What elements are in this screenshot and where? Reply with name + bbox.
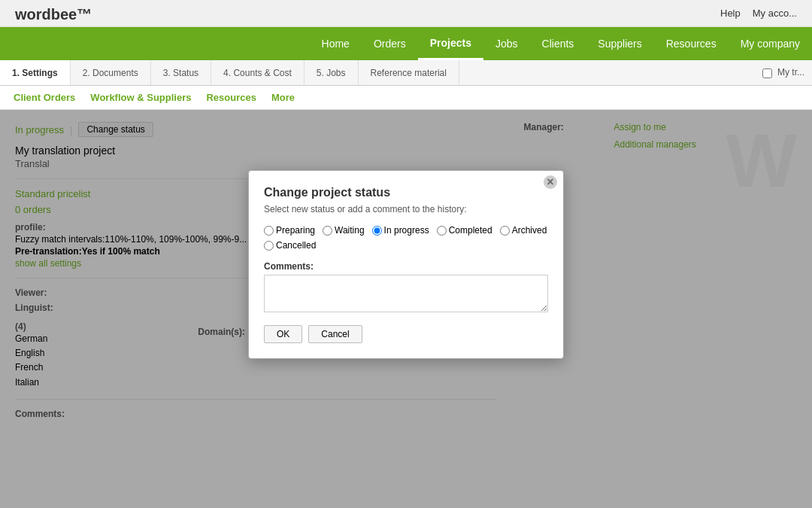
nav-orders[interactable]: Orders [362, 27, 418, 60]
tab-jobs[interactable]: 5. Jobs [304, 60, 359, 85]
sub-nav: Client Orders Workflow & Suppliers Resou… [0, 86, 812, 110]
logo: wordbee™ [0, 0, 107, 29]
nav-home[interactable]: Home [310, 27, 362, 60]
change-status-modal: × Change project status Select new statu… [248, 170, 564, 359]
my-account-link[interactable]: My acco... [753, 8, 797, 19]
ok-button[interactable]: OK [264, 325, 302, 343]
nav-jobs[interactable]: Jobs [483, 27, 530, 60]
nav-projects[interactable]: Projects [418, 27, 483, 60]
modal-description: Select new status or add a comment to th… [264, 204, 548, 214]
top-bar: wordbee™ Help My acco... [0, 0, 812, 27]
tab-bar: 1. Settings 2. Documents 3. Status 4. Co… [0, 60, 812, 86]
radio-inprogress[interactable]: In progress [372, 225, 429, 236]
tab-documents[interactable]: 2. Documents [71, 60, 151, 85]
radio-cancelled[interactable]: Cancelled [264, 240, 316, 251]
tab-settings[interactable]: 1. Settings [0, 60, 71, 85]
nav-clients[interactable]: Clients [530, 27, 586, 60]
tab-reference[interactable]: Reference material [359, 60, 459, 85]
comments-textarea[interactable] [264, 275, 548, 312]
comments-field-label: Comments: [264, 261, 548, 272]
tab-status[interactable]: 3. Status [151, 60, 211, 85]
modal-close-button[interactable]: × [544, 175, 557, 189]
modal-overlay: × Change project status Select new statu… [0, 110, 812, 508]
cancel-button[interactable]: Cancel [308, 325, 362, 343]
nav-resources[interactable]: Resources [654, 27, 729, 60]
top-bar-actions: Help My acco... [720, 8, 797, 19]
radio-archived[interactable]: Archived [500, 225, 547, 236]
subnav-more[interactable]: More [265, 89, 301, 106]
nav-mycompany[interactable]: My company [729, 27, 812, 60]
tab-right-text: My tr... [762, 67, 812, 78]
status-radio-group: Preparing Waiting In progress Completed … [264, 225, 548, 251]
nav-suppliers[interactable]: Suppliers [586, 27, 653, 60]
radio-completed[interactable]: Completed [437, 225, 492, 236]
radio-waiting[interactable]: Waiting [323, 225, 365, 236]
nav-bar: Home Orders Projects Jobs Clients Suppli… [0, 27, 812, 60]
modal-buttons: OK Cancel [264, 325, 548, 343]
subnav-client-orders[interactable]: Client Orders [8, 89, 81, 106]
nav-items: Home Orders Projects Jobs Clients Suppli… [310, 27, 812, 60]
subnav-workflow-suppliers[interactable]: Workflow & Suppliers [84, 89, 197, 106]
radio-preparing[interactable]: Preparing [264, 225, 315, 236]
help-link[interactable]: Help [720, 8, 741, 19]
my-tr-checkbox[interactable] [762, 68, 772, 78]
subnav-resources[interactable]: Resources [200, 89, 262, 106]
modal-title: Change project status [264, 186, 548, 199]
tab-counts-cost[interactable]: 4. Counts & Cost [211, 60, 304, 85]
content-area: W In progress | Change status My transla… [0, 110, 812, 508]
